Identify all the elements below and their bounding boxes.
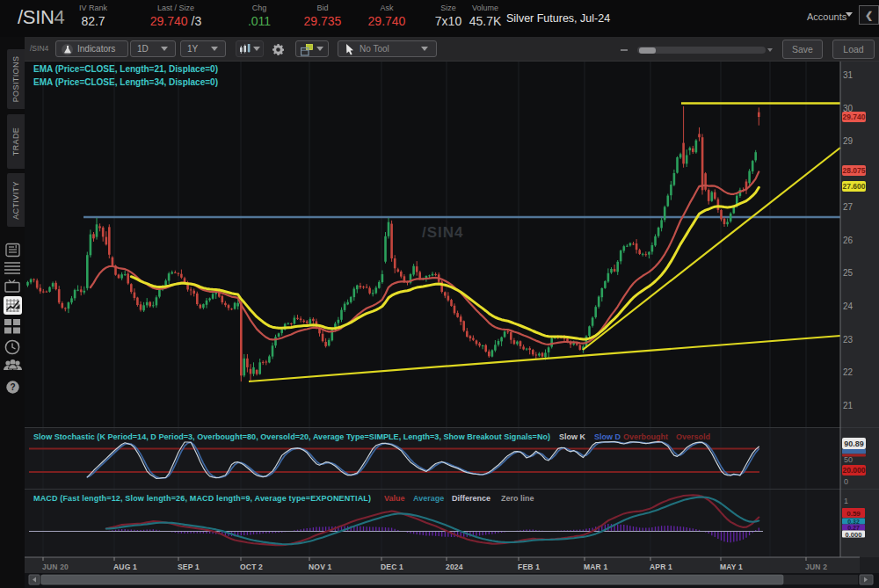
svg-text:24: 24 bbox=[843, 301, 854, 311]
svg-text:0.000: 0.000 bbox=[846, 531, 862, 539]
svg-text:FEB 1: FEB 1 bbox=[518, 563, 540, 571]
svg-text:JUN 20: JUN 20 bbox=[42, 563, 69, 571]
svg-text:90.89: 90.89 bbox=[844, 439, 864, 448]
svg-text:SEP 1: SEP 1 bbox=[178, 563, 200, 571]
svg-text:1: 1 bbox=[844, 497, 848, 505]
svg-text:2024: 2024 bbox=[446, 563, 463, 571]
svg-text:MAY 1: MAY 1 bbox=[720, 563, 743, 571]
svg-text:Overbought: Overbought bbox=[623, 432, 668, 441]
svg-text:27.600: 27.600 bbox=[843, 182, 866, 191]
svg-text:Zero line: Zero line bbox=[501, 494, 534, 503]
svg-text:20.000: 20.000 bbox=[843, 466, 866, 475]
svg-text:Slow Stochastic (K Period=14,: Slow Stochastic (K Period=14, D Period=3… bbox=[33, 432, 550, 441]
svg-text:29.740: 29.740 bbox=[843, 113, 866, 121]
svg-text:Difference: Difference bbox=[452, 494, 490, 503]
svg-text:Average: Average bbox=[413, 494, 444, 503]
svg-text:EMA (Price=CLOSE, Length=34, D: EMA (Price=CLOSE, Length=34, Displace=0) bbox=[33, 77, 218, 87]
svg-text:/SIN4: /SIN4 bbox=[422, 224, 464, 241]
svg-text:OCT 2: OCT 2 bbox=[240, 563, 263, 571]
svg-text:Slow K: Slow K bbox=[559, 432, 586, 441]
svg-text:AUG 1: AUG 1 bbox=[113, 563, 137, 571]
svg-text:0.32: 0.32 bbox=[847, 519, 860, 525]
svg-text:APR 1: APR 1 bbox=[650, 563, 672, 571]
svg-text:28.075: 28.075 bbox=[843, 166, 866, 175]
svg-text:26: 26 bbox=[843, 236, 854, 245]
svg-text:Value: Value bbox=[384, 494, 405, 503]
svg-text:27: 27 bbox=[843, 202, 854, 212]
svg-text:MAR 1: MAR 1 bbox=[584, 563, 608, 571]
svg-text:23: 23 bbox=[843, 335, 854, 345]
svg-text:Slow D: Slow D bbox=[594, 432, 621, 441]
svg-text:50: 50 bbox=[844, 455, 853, 464]
svg-text:JUN 2: JUN 2 bbox=[805, 563, 827, 571]
svg-text:DEC 1: DEC 1 bbox=[381, 563, 403, 571]
svg-text:NOV 1: NOV 1 bbox=[309, 563, 332, 571]
svg-text:MACD (Fast length=12, Slow len: MACD (Fast length=12, Slow length=26, MA… bbox=[33, 494, 371, 503]
svg-text:22: 22 bbox=[843, 367, 854, 377]
svg-text:25: 25 bbox=[843, 268, 854, 278]
svg-text:21: 21 bbox=[843, 401, 854, 410]
svg-text:Oversold: Oversold bbox=[676, 432, 710, 441]
svg-text:EMA (Price=CLOSE, Length=21, D: EMA (Price=CLOSE, Length=21, Displace=0) bbox=[33, 64, 218, 74]
svg-text:31: 31 bbox=[843, 70, 854, 80]
svg-text:0.59: 0.59 bbox=[846, 510, 861, 518]
svg-text:29: 29 bbox=[843, 136, 854, 146]
svg-text:0: 0 bbox=[844, 477, 848, 486]
